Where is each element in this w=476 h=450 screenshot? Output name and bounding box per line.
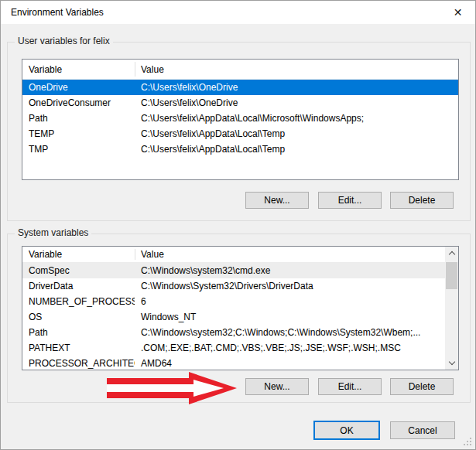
variable-cell: DriverData <box>22 281 135 291</box>
system-edit-button[interactable]: Edit... <box>318 378 382 395</box>
user-variables-group-label: User variables for felix <box>15 36 113 47</box>
value-cell: .COM;.EXE;.BAT;.CMD;.VBS;.VBE;.JS;.JSE;.… <box>135 343 447 353</box>
system-variables-table: Variable Value ComSpec C:\Windows\system… <box>22 246 459 370</box>
ok-button[interactable]: OK <box>313 421 380 440</box>
column-divider[interactable] <box>135 249 135 260</box>
value-cell: C:\Users\felix\AppData\Local\Microsoft\W… <box>135 113 458 124</box>
column-header-variable[interactable]: Variable <box>22 249 135 260</box>
value-cell: C:\Windows\system32;C:\Windows;C:\Window… <box>135 327 447 338</box>
vertical-scrollbar[interactable] <box>445 247 458 370</box>
table-row[interactable]: DriverData C:\Windows\System32\Drivers\D… <box>22 278 447 294</box>
column-divider[interactable] <box>135 62 135 77</box>
window-title: Environment Variables <box>11 7 104 18</box>
scroll-up-button[interactable] <box>445 247 458 260</box>
variable-cell: OneDriveConsumer <box>22 97 135 108</box>
table-row[interactable]: ComSpec C:\Windows\system32\cmd.exe <box>22 263 447 278</box>
close-icon: ✕ <box>454 6 463 19</box>
environment-variables-dialog: Environment Variables ✕ User variables f… <box>0 0 476 450</box>
table-row[interactable]: PATHEXT .COM;.EXE;.BAT;.CMD;.VBS;.VBE;.J… <box>22 340 447 356</box>
cancel-button[interactable]: Cancel <box>390 421 455 439</box>
user-new-button[interactable]: New... <box>245 192 309 209</box>
value-cell: C:\Users\felix\AppData\Local\Temp <box>135 144 458 155</box>
variable-cell: TMP <box>22 144 135 155</box>
column-header-value[interactable]: Value <box>135 249 164 260</box>
value-cell: C:\Users\felix\AppData\Local\Temp <box>135 128 458 139</box>
table-row[interactable]: PROCESSOR_ARCHITECTURE AMD64 <box>22 356 447 370</box>
user-edit-button[interactable]: Edit... <box>318 192 382 209</box>
value-cell: C:\Users\felix\OneDrive <box>135 82 458 93</box>
scroll-down-button[interactable] <box>445 356 458 370</box>
variable-cell: ComSpec <box>22 265 135 276</box>
user-variables-table: Variable Value OneDrive C:\Users\felix\O… <box>22 59 459 180</box>
variable-cell: NUMBER_OF_PROCESSORS <box>22 296 135 307</box>
column-header-variable[interactable]: Variable <box>22 64 135 75</box>
value-cell: AMD64 <box>135 358 447 369</box>
variable-cell: Path <box>22 113 135 124</box>
variable-cell: TEMP <box>22 128 135 139</box>
user-delete-button[interactable]: Delete <box>390 192 454 209</box>
value-cell: Windows_NT <box>135 312 447 322</box>
variable-cell: PATHEXT <box>22 343 135 353</box>
table-row[interactable]: Path C:\Windows\system32;C:\Windows;C:\W… <box>22 325 447 340</box>
table-row[interactable]: OS Windows_NT <box>22 309 447 325</box>
value-cell: 6 <box>135 296 447 307</box>
table-row[interactable]: NUMBER_OF_PROCESSORS 6 <box>22 294 447 309</box>
system-new-button[interactable]: New... <box>245 378 309 395</box>
variable-cell: Path <box>22 327 135 338</box>
variable-cell: OneDrive <box>22 82 135 93</box>
table-row[interactable]: TMP C:\Users\felix\AppData\Local\Temp <box>22 141 458 157</box>
scrollbar-thumb[interactable] <box>446 262 457 289</box>
value-cell: C:\Windows\System32\Drivers\DriverData <box>135 281 447 291</box>
table-row[interactable]: TEMP C:\Users\felix\AppData\Local\Temp <box>22 126 458 141</box>
resize-grip[interactable] <box>463 437 473 447</box>
titlebar: Environment Variables ✕ <box>1 1 475 24</box>
system-table-header: Variable Value <box>22 247 447 263</box>
chevron-up-icon <box>448 251 454 257</box>
column-header-value[interactable]: Value <box>135 64 164 75</box>
system-table-rows: Variable Value ComSpec C:\Windows\system… <box>22 247 447 370</box>
variable-cell: PROCESSOR_ARCHITECTURE <box>22 358 135 369</box>
value-cell: C:\Users\felix\OneDrive <box>135 97 458 108</box>
table-row[interactable]: OneDrive C:\Users\felix\OneDrive <box>22 80 458 95</box>
user-table-header: Variable Value <box>22 60 458 80</box>
chevron-down-icon <box>448 359 454 365</box>
value-cell: C:\Windows\system32\cmd.exe <box>135 265 447 276</box>
table-row[interactable]: Path C:\Users\felix\AppData\Local\Micros… <box>22 111 458 126</box>
variable-cell: OS <box>22 312 135 322</box>
close-button[interactable]: ✕ <box>440 1 475 24</box>
table-row[interactable]: OneDriveConsumer C:\Users\felix\OneDrive <box>22 95 458 111</box>
system-delete-button[interactable]: Delete <box>390 378 454 395</box>
system-variables-group-label: System variables <box>15 227 91 239</box>
